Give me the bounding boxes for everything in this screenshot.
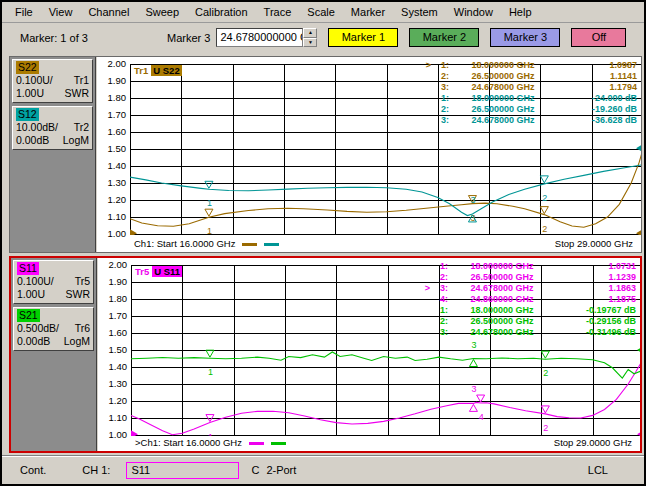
sparam-badge: S12 [16,108,39,121]
channel-windows-area: S220.100U/Tr11.00USWRS1210.00dB/Tr20.00d… [2,54,644,453]
svg-text:2: 2 [543,423,548,433]
trace-button-row: 1.00USWR [16,87,89,100]
trace-button-s22[interactable]: S220.100U/Tr11.00USWR [12,59,93,103]
y-axis-tick: 1.20 [97,195,126,205]
trace-button-s11[interactable]: S110.100U/Tr51.00USWR [13,260,94,304]
marker-readouts-top: >1:18.000000 GHz1.09872:26.500000 GHz1.1… [421,60,637,126]
trace-button-row: 0.100U/Tr5 [17,275,90,288]
y-axis-tick: 1.90 [97,76,126,86]
marker-entry-label: Marker 3 [167,32,210,44]
marker-readout-row: 1:18.000000 GHz-24.000 dB [421,93,637,104]
trace6-legend-dash [271,442,286,445]
plot-area-bottom[interactable]: 1342132 Tr5U S11 1:18.000000 GHz1.07312:… [98,258,640,451]
trace-panel-bottom: S110.100U/Tr51.00USWRS210.500dB/Tr60.00d… [11,258,97,451]
marker-frequency-input[interactable]: 24.6780000000 GHz [216,28,303,47]
svg-text:4: 4 [479,412,484,422]
trace-panel-top: S220.100U/Tr11.00USWRS1210.00dB/Tr20.00d… [10,57,96,252]
menu-view[interactable]: View [41,4,81,20]
trace-button-s21[interactable]: S210.500dB/Tr60.00dBLogM [13,307,94,351]
trace-button-row: 1.00USWR [17,288,90,301]
marker-readout-row: 3:24.678000 GHz-36.628 dB [421,115,637,126]
sparam-badge: S21 [17,309,40,322]
y-axis-tick: 1.30 [97,178,126,188]
y-axis-tick: 1.00 [97,229,126,239]
cal-status: C [251,464,259,476]
menu-bar: FileViewChannelSweepCalibrationTraceScal… [2,2,644,23]
active-trace-header-bottom: Tr5U S11 [135,266,182,277]
marker-3-button[interactable]: Marker 3 [490,28,560,47]
marker-2-button[interactable]: Marker 2 [409,28,479,47]
marker-buttons: Marker 1Marker 2Marker 3Off [317,28,626,47]
marker-toolbar: Marker: 1 of 3 Marker 3 24.6780000000 GH… [2,23,644,52]
svg-text:1: 1 [208,367,213,377]
menu-file[interactable]: File [7,4,41,20]
y-axis-tick: 1.90 [98,277,127,287]
analyzer-screen: FileViewChannelSweepCalibrationTraceScal… [0,0,646,486]
trace-button-row: 10.00dB/Tr2 [16,121,89,134]
marker-readout-row: 3:24.678000 GHz1.1794 [421,82,637,93]
plot-area-top[interactable]: 132132 Tr1U S22 >1:18.000000 GHz1.09872:… [97,57,641,252]
marker-readout-row: 1:18.000000 GHz1.0731 [420,261,636,272]
y-axis-tick: 1.50 [97,144,126,154]
y-axis-tick: 1.40 [98,362,127,372]
trace2-legend-dash [264,243,279,246]
marker-readout-row: 4:24.860000 GHz1.1875 [420,294,636,305]
menu-scale[interactable]: Scale [299,4,343,20]
menu-channel[interactable]: Channel [80,4,137,20]
marker-readout-row: 2:26.500000 GHz-0.29156 dB [420,316,636,327]
svg-text:3: 3 [471,384,476,394]
marker-1-button[interactable]: Marker 1 [328,28,398,47]
y-axis-tick: 1.70 [98,311,127,321]
y-axis-tick: 2.00 [98,260,127,270]
trace5-legend-dash [249,442,264,445]
svg-text:3: 3 [470,195,475,205]
menu-calibration[interactable]: Calibration [187,4,256,20]
trace1-legend-dash [242,243,257,246]
spin-down-icon[interactable]: ▼ [303,38,317,48]
marker-readout-row: 2:26.500000 GHz-19.260 dB [421,104,637,115]
menu-help[interactable]: Help [501,4,540,20]
y-axis-tick: 1.50 [98,345,127,355]
sweep-start-label-top: Ch1: Start 16.0000 GHz [134,238,279,249]
active-trace-header-top: Tr1U S22 [134,65,182,76]
cal-ports: 2-Port [266,464,296,476]
y-axis-tick: 1.60 [98,328,127,338]
status-bar: Cont. CH 1: S11 C 2-Port LCL [2,455,644,484]
menu-marker[interactable]: Marker [343,4,393,20]
spin-up-icon[interactable]: ▲ [303,28,317,38]
sweep-stop-label-top: Stop 29.0000 GHz [555,238,633,249]
svg-text:1: 1 [207,226,212,235]
svg-text:1: 1 [207,198,212,208]
channel1-window-bottom[interactable]: S110.100U/Tr51.00USWRS210.500dB/Tr60.00d… [9,256,642,453]
sweep-mode-status: Cont. [20,464,46,476]
y-axis-tick: 1.80 [98,294,127,304]
menu-sweep[interactable]: Sweep [137,4,187,20]
marker-status-label: Marker: 1 of 3 [20,32,98,44]
y-axis-tick: 1.70 [97,110,126,120]
channel1-window-top[interactable]: S220.100U/Tr11.00USWRS1210.00dB/Tr20.00d… [9,56,642,253]
sparam-badge: S11 [17,262,39,275]
menu-trace[interactable]: Trace [256,4,300,20]
y-axis-tick: 1.60 [97,127,126,137]
off-button[interactable]: Off [571,28,626,47]
marker-frequency-spinbox[interactable]: 24.6780000000 GHz ▲ ▼ [216,28,317,47]
marker-readout-row: 2:26.500000 GHz1.1141 [421,71,637,82]
channel-label: CH 1: [82,464,110,476]
marker-readout-row: 3:24.678000 GHz-0.31496 dB [420,327,636,338]
sparam-badge: S22 [16,61,39,74]
svg-text:2: 2 [543,368,548,378]
y-axis-tick: 2.00 [97,59,126,69]
y-axis-tick: 1.00 [98,430,127,440]
marker-readout-row: 1:18.000000 GHz-0.19767 dB [420,305,636,316]
trace-button-row: 0.00dBLogM [17,335,90,348]
sweep-start-label-bottom: >Ch1: Start 16.0000 GHz [135,437,286,448]
marker-readout-row: >1:18.000000 GHz1.0987 [421,60,637,71]
trace-button-row: 0.500dB/Tr6 [17,322,90,335]
menu-window[interactable]: Window [446,4,501,20]
menu-system[interactable]: System [393,4,446,20]
y-axis-tick: 1.20 [98,396,127,406]
marker-readout-row: 2:26.500000 GHz1.1239 [420,272,636,283]
y-axis-tick: 1.10 [98,413,127,423]
trace-button-row: 0.100U/Tr1 [16,74,89,87]
trace-button-s12[interactable]: S1210.00dB/Tr20.00dBLogM [12,106,93,150]
